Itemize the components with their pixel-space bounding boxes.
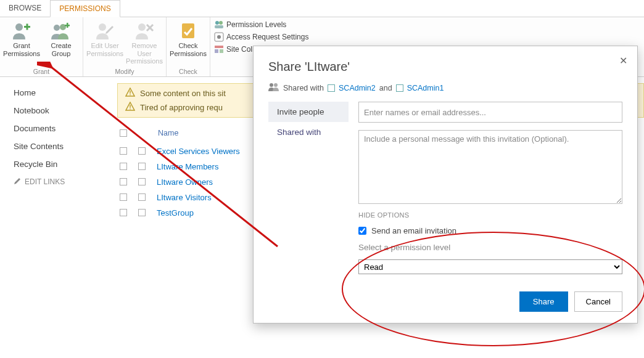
user-checkbox-2[interactable] [396, 84, 403, 92]
sidebar-item-documents[interactable]: Documents [14, 124, 117, 133]
row-checkbox[interactable] [120, 163, 127, 170]
message-line-1: Some content on this sit [140, 89, 226, 98]
select-permission-label: Select a permission level [358, 243, 622, 252]
group-link[interactable]: Excel Services Viewers [157, 147, 240, 156]
ribbon-tabs: BROWSE PERMISSIONS [0, 0, 644, 17]
row-checkbox[interactable] [120, 178, 127, 185]
dialog-tabs: Invite people Shared with [268, 102, 349, 312]
ribbon-group-modify: Edit User Permissions Remove User Permis… [83, 17, 167, 76]
names-input[interactable] [358, 102, 622, 123]
row-type-checkbox[interactable] [138, 209, 146, 216]
tab-permissions[interactable]: PERMISSIONS [50, 0, 120, 17]
sidebar-item-recycle-bin[interactable]: Recycle Bin [14, 160, 117, 169]
row-type-checkbox[interactable] [138, 178, 146, 185]
sidebar-item-home[interactable]: Home [14, 88, 117, 97]
edit-user-permissions-button[interactable]: Edit User Permissions [87, 20, 123, 67]
settings-icon [214, 32, 224, 42]
shared-user-1[interactable]: SCAdmin2 [339, 84, 376, 92]
column-name[interactable]: Name [158, 129, 178, 137]
edit-links-label: EDIT LINKS [25, 177, 65, 186]
grant-permissions-button[interactable]: Grant Permissions [4, 20, 39, 67]
ribbon-group-check: Check Permissions Check [167, 17, 210, 76]
create-group-button[interactable]: Create Group [43, 20, 79, 67]
tab-shared-with[interactable]: Shared with [268, 122, 349, 142]
svg-rect-6 [67, 23, 68, 28]
svg-point-7 [99, 23, 106, 31]
sidebar: Home Notebook Documents Site Contents Re… [0, 77, 117, 221]
check-permissions-button[interactable]: Check Permissions [170, 20, 206, 67]
sidebar-item-site-contents[interactable]: Site Contents [14, 142, 117, 151]
svg-rect-18 [130, 91, 130, 94]
svg-point-14 [217, 35, 221, 39]
svg-point-10 [215, 21, 219, 25]
ribbon-group-modify-label: Modify [87, 68, 162, 75]
and-text: and [379, 84, 392, 92]
share-dialog: ✕ Share 'LItware' Shared with SCAdmin2 a… [253, 46, 638, 323]
row-type-checkbox[interactable] [138, 147, 146, 155]
dialog-title: Share 'LItware' [268, 60, 622, 74]
send-email-label: Send an email invitation [371, 226, 456, 235]
permission-levels-link[interactable]: Permission Levels [214, 20, 308, 30]
access-request-settings-label: Access Request Settings [226, 33, 308, 41]
user-edit-icon [95, 21, 115, 41]
create-group-label: Create Group [51, 42, 71, 57]
svg-point-0 [15, 23, 23, 31]
sidebar-item-notebook[interactable]: Notebook [14, 106, 117, 115]
permission-level-select[interactable]: Read [358, 259, 622, 274]
permission-levels-label: Permission Levels [226, 20, 286, 29]
message-line-2: Tired of approving requ [140, 103, 223, 112]
group-link[interactable]: LItware Visitors [157, 193, 212, 202]
group-link[interactable]: LItware Owners [157, 177, 213, 187]
share-button[interactable]: Share [519, 291, 568, 312]
select-all-checkbox[interactable] [120, 129, 127, 137]
tab-invite-people[interactable]: Invite people [268, 102, 349, 122]
tab-browse[interactable]: BROWSE [0, 0, 50, 17]
svg-rect-2 [27, 24, 28, 30]
pencil-icon [14, 177, 21, 187]
svg-rect-19 [130, 94, 130, 95]
group-icon [214, 20, 224, 30]
svg-rect-20 [130, 105, 130, 108]
svg-rect-12 [215, 25, 223, 28]
shared-user-2[interactable]: SCAdmin1 [407, 84, 444, 92]
warning-icon [125, 87, 135, 99]
site-icon [214, 44, 224, 54]
send-email-row[interactable]: Send an email invitation [358, 226, 622, 235]
svg-point-22 [270, 83, 273, 87]
access-request-settings-link[interactable]: Access Request Settings [214, 32, 308, 42]
group-link[interactable]: TestGroup [157, 208, 194, 218]
hide-options-toggle[interactable]: HIDE OPTIONS [358, 211, 622, 219]
badge-check-icon [178, 21, 198, 41]
group-icon [268, 83, 279, 93]
remove-user-permissions-label: Remove User Permissions [126, 42, 163, 65]
svg-rect-17 [220, 49, 223, 53]
row-type-checkbox[interactable] [138, 163, 146, 170]
row-checkbox[interactable] [120, 209, 127, 216]
user-checkbox-1[interactable] [328, 84, 335, 92]
send-email-checkbox[interactable] [358, 227, 366, 235]
row-type-checkbox[interactable] [138, 193, 146, 201]
ribbon-group-grant: Grant Permissions Create Group Grant [0, 17, 83, 76]
svg-point-11 [219, 21, 223, 25]
edit-links-button[interactable]: EDIT LINKS [14, 177, 117, 187]
user-plus-icon [12, 21, 31, 41]
svg-rect-9 [182, 23, 194, 38]
row-checkbox[interactable] [120, 193, 127, 201]
svg-point-3 [54, 25, 60, 31]
svg-point-8 [138, 23, 146, 31]
ribbon-group-check-label: Check [170, 68, 206, 75]
site-collection-label: Site Coll [226, 45, 254, 54]
svg-rect-15 [215, 46, 223, 48]
message-textarea[interactable] [358, 130, 622, 204]
row-checkbox[interactable] [120, 147, 127, 155]
shared-with-label: Shared with [283, 84, 324, 92]
check-permissions-label: Check Permissions [170, 42, 207, 57]
warning-icon [125, 102, 135, 113]
cancel-button[interactable]: Cancel [574, 291, 622, 312]
remove-user-permissions-button[interactable]: Remove User Permissions [126, 20, 162, 67]
group-plus-icon [51, 21, 71, 41]
edit-user-permissions-label: Edit User Permissions [86, 42, 123, 57]
close-icon[interactable]: ✕ [619, 55, 627, 67]
group-link[interactable]: LItware Members [157, 162, 218, 171]
grant-permissions-label: Grant Permissions [3, 42, 40, 57]
